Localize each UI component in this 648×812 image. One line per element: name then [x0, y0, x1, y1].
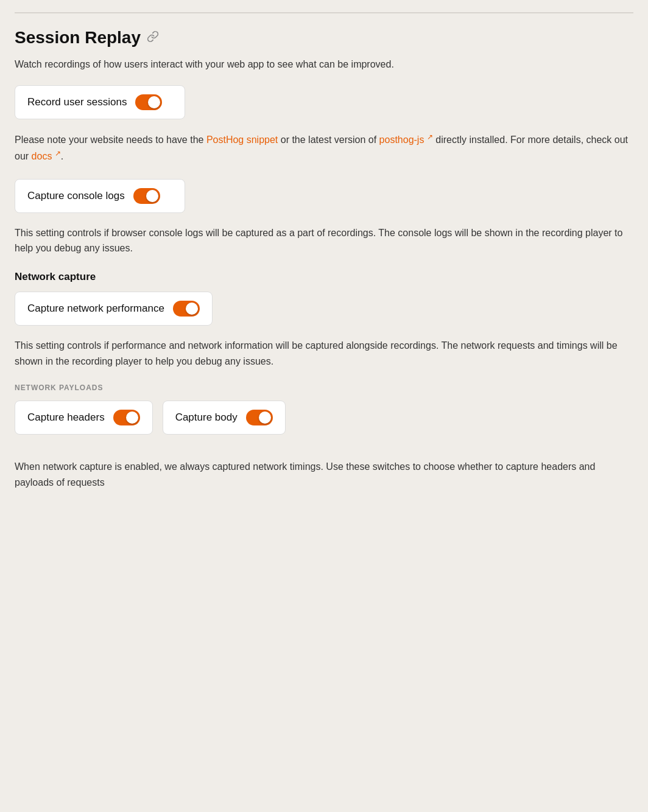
- capture-network-performance-card: Capture network performance: [15, 292, 213, 326]
- top-divider: [15, 12, 633, 13]
- docs-link[interactable]: docs ↗: [32, 151, 61, 161]
- capture-body-label: Capture body: [175, 411, 238, 424]
- console-logs-description: This setting controls if browser console…: [15, 225, 633, 256]
- page-title: Session Replay: [15, 28, 141, 47]
- record-user-sessions-card: Record user sessions: [15, 85, 185, 119]
- network-payloads-heading: NETWORK PAYLOADS: [15, 383, 633, 392]
- capture-console-logs-toggle[interactable]: [133, 188, 160, 204]
- posthog-snippet-link[interactable]: PostHog snippet: [206, 135, 278, 145]
- network-payloads-description: When network capture is enabled, we alwa…: [15, 459, 633, 490]
- capture-headers-toggle[interactable]: [113, 410, 140, 425]
- snippet-notice: Please note your website needs to have t…: [15, 131, 633, 164]
- capture-body-card: Capture body: [163, 401, 286, 435]
- posthog-js-link[interactable]: posthog-js ↗: [379, 135, 433, 145]
- network-capture-heading: Network capture: [15, 271, 633, 283]
- external-link-icon-2: ↗: [55, 149, 61, 158]
- link-icon[interactable]: [147, 30, 159, 46]
- record-user-sessions-toggle[interactable]: [135, 94, 162, 110]
- capture-body-toggle[interactable]: [246, 410, 273, 425]
- page-header: Session Replay: [15, 28, 633, 47]
- capture-network-performance-label: Capture network performance: [27, 303, 164, 315]
- capture-network-performance-toggle[interactable]: [173, 301, 200, 317]
- capture-headers-label: Capture headers: [27, 411, 105, 424]
- capture-console-logs-label: Capture console logs: [27, 190, 125, 202]
- capture-headers-card: Capture headers: [15, 401, 153, 435]
- capture-console-logs-card: Capture console logs: [15, 179, 185, 213]
- external-link-icon: ↗: [427, 133, 433, 141]
- page-description: Watch recordings of how users interact w…: [15, 57, 633, 72]
- record-user-sessions-label: Record user sessions: [27, 96, 127, 108]
- network-payloads-row: Capture headers Capture body: [15, 401, 633, 447]
- network-performance-description: This setting controls if performance and…: [15, 338, 633, 369]
